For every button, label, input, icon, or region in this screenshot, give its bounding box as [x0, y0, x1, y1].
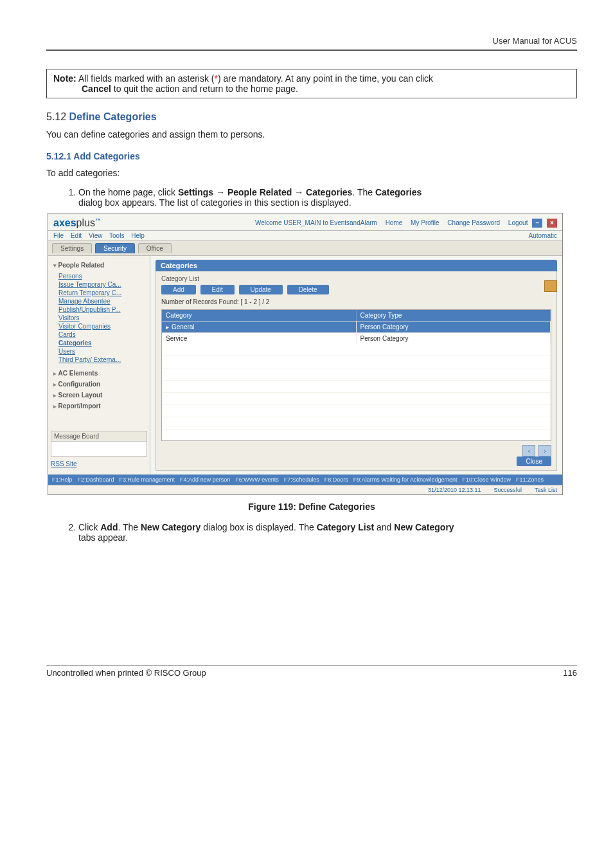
step-2: Click Add. The New Category dialog box i…: [78, 522, 577, 543]
subsection-number: 5.12.1: [46, 151, 73, 161]
menu-help[interactable]: Help: [131, 232, 145, 239]
tab-settings[interactable]: Settings: [52, 243, 92, 253]
nav-prev-icon[interactable]: ‹: [522, 445, 535, 457]
message-board: Message Board: [51, 431, 147, 457]
sidebar-item-cards[interactable]: Cards: [58, 330, 147, 339]
tab-office[interactable]: Office: [138, 243, 172, 253]
grid-col-type[interactable]: Category Type: [357, 310, 551, 321]
status-tasklist[interactable]: Task List: [535, 487, 557, 493]
menu-view[interactable]: View: [89, 232, 103, 239]
toplink-home[interactable]: Home: [386, 219, 403, 226]
fkey-f1[interactable]: F1:Help: [52, 476, 73, 483]
step2-b: . The: [118, 522, 141, 532]
side-configuration[interactable]: Configuration: [51, 379, 147, 390]
panel-subtitle: Category List: [161, 275, 551, 282]
close-button[interactable]: Close: [517, 457, 551, 466]
welcome-text: Welcome USER_MAIN to EventsandAlarm: [255, 219, 377, 226]
status-msg: Successful: [493, 487, 522, 493]
fkey-f4[interactable]: F4:Add new person: [180, 476, 230, 483]
subsection-intro: To add categories:: [46, 168, 577, 178]
fkey-f2[interactable]: F2:Dashboard: [78, 476, 114, 483]
step2-d: tabs appear.: [78, 532, 128, 543]
panel-title: Categories: [155, 260, 557, 271]
side-screen-layout[interactable]: Screen Layout: [51, 390, 147, 401]
table-row[interactable]: Service Person Category: [162, 332, 551, 344]
sidebar-item-categories[interactable]: Categories: [58, 339, 147, 347]
step1-people: People Related: [227, 187, 292, 197]
sidebar-item-visitors[interactable]: Visitors: [58, 314, 147, 322]
print-icon[interactable]: [544, 280, 557, 292]
menu-edit[interactable]: Edit: [71, 232, 82, 239]
sidebar-item-publish[interactable]: Publish/Unpublish P...: [58, 305, 147, 314]
status-time: 31/12/2010 12:13:11: [428, 487, 481, 493]
note-text-1: All fields marked with an asterisk (: [76, 73, 215, 84]
menu-tools[interactable]: Tools: [109, 232, 124, 239]
sidebar-item-absentee[interactable]: Manage Absentee: [58, 297, 147, 305]
add-button[interactable]: Add: [161, 285, 196, 294]
fkey-f10[interactable]: F10:Close Window: [462, 476, 511, 483]
sidebar-item-visitor-companies[interactable]: Visitor Companies: [58, 322, 147, 330]
sidebar-item-thirdparty[interactable]: Third Party/ Externa...: [58, 356, 147, 364]
sidebar-item-persons[interactable]: Persons: [58, 272, 147, 280]
step1-text-c: dialog box appears. The list of categori…: [78, 197, 351, 208]
logo-tm: ™: [95, 217, 101, 224]
step2-newcat: New Category: [394, 522, 454, 532]
toplink-profile[interactable]: My Profile: [411, 219, 439, 226]
grid-empty-area: [162, 344, 551, 440]
fkey-f6[interactable]: F6:WWW events: [235, 476, 279, 483]
cell-type: Person Category: [357, 333, 551, 344]
note-cancel: Cancel: [82, 84, 111, 94]
side-report-import[interactable]: Report/Import: [51, 401, 147, 411]
step1-text-a: On the home page, click: [78, 187, 178, 197]
minimize-icon[interactable]: –: [532, 219, 542, 228]
step-1: On the home page, click Settings → Peopl…: [78, 187, 577, 208]
toplink-changepw[interactable]: Change Password: [447, 219, 500, 226]
sidebar-item-users[interactable]: Users: [58, 347, 147, 356]
table-row[interactable]: ▸General Person Category: [162, 321, 551, 332]
sidebar: People Related Persons Issue Temporary C…: [48, 256, 150, 475]
fkey-f11[interactable]: F11:Zones: [516, 476, 544, 483]
doc-header: User Manual for ACUS: [46, 36, 577, 51]
tab-bar: Settings Security Office: [48, 241, 562, 256]
note-label: Note:: [53, 73, 76, 84]
fkey-f8[interactable]: F8:Doors: [324, 476, 348, 483]
cell-category: ▸General: [162, 321, 357, 332]
side-people-related[interactable]: People Related: [51, 260, 147, 271]
row-marker-icon: ▸: [166, 323, 169, 330]
sidebar-item-return-temp[interactable]: Return Temporary C...: [58, 289, 147, 297]
edit-button[interactable]: Edit: [200, 285, 235, 294]
categories-grid: Category Category Type ▸General Person C…: [161, 309, 551, 441]
delete-button[interactable]: Delete: [287, 285, 329, 294]
step2-c: dialog box is displayed. The: [200, 522, 316, 532]
tab-security[interactable]: Security: [95, 243, 135, 253]
section-heading: 5.12 Define Categories: [46, 111, 577, 123]
section-number: 5.12: [46, 111, 69, 122]
step1-cats2: Categories: [375, 187, 422, 197]
nav-next-icon[interactable]: ›: [538, 445, 551, 457]
step1-cats: Categories: [306, 187, 352, 197]
top-links: Welcome USER_MAIN to EventsandAlarm Home…: [249, 219, 557, 228]
step2-list: Category List: [317, 522, 374, 532]
subsection-title-text: Add Categories: [73, 151, 139, 161]
fkey-f9[interactable]: F9:Alarms Waiting for Acknowledgement: [353, 476, 458, 483]
fkey-f7[interactable]: F7:Schedules: [284, 476, 319, 483]
update-button[interactable]: Update: [239, 285, 283, 294]
fkey-f3[interactable]: F3:Rule management: [120, 476, 175, 483]
toplink-logout[interactable]: Logout: [508, 219, 528, 226]
figure-caption: Figure 119: Define Categories: [46, 502, 577, 512]
menu-file[interactable]: File: [53, 232, 64, 239]
logo-plus: plus: [76, 217, 95, 228]
logo-axes: axes: [53, 217, 76, 228]
side-ac-elements[interactable]: AC Elements: [51, 368, 147, 379]
app-logo: axesplus™: [53, 217, 101, 229]
step1-text-b: . The: [352, 187, 375, 197]
menu-right[interactable]: Automatic: [529, 232, 557, 239]
note-box: Note: All fields marked with an asterisk…: [46, 69, 577, 98]
rss-link[interactable]: RSS Site: [51, 460, 147, 467]
grid-col-category[interactable]: Category: [162, 310, 357, 321]
close-icon[interactable]: ×: [547, 219, 557, 228]
cell-category: Service: [162, 333, 357, 344]
section-intro: You can define categories and assign the…: [46, 129, 577, 140]
sidebar-item-issue-temp[interactable]: Issue Temporary Ca...: [58, 280, 147, 289]
section-title-text: Define Categories: [69, 111, 157, 122]
